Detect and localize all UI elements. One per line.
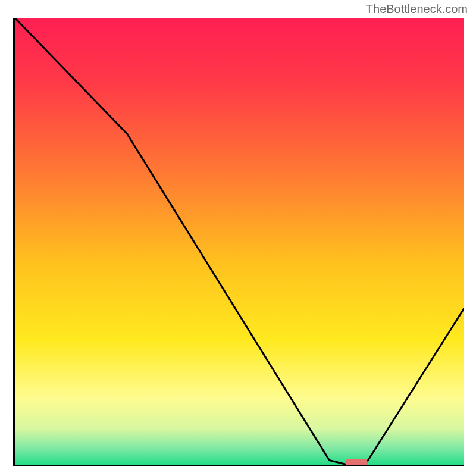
optimum-marker xyxy=(345,459,368,466)
watermark-text: TheBottleneck.com xyxy=(366,2,468,16)
chart-curve xyxy=(15,18,464,465)
chart-container: TheBottleneck.com xyxy=(0,0,476,476)
plot-area xyxy=(13,18,464,466)
